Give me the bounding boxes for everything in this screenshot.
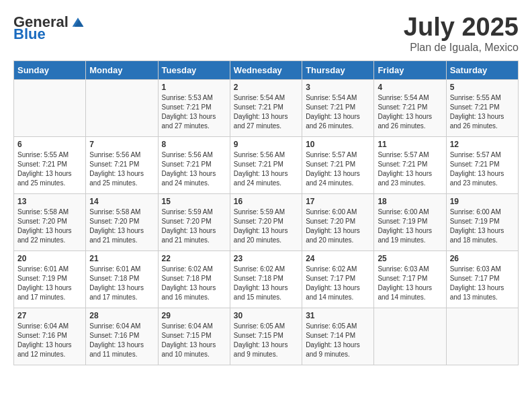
location: Plan de Iguala, Mexico — [404, 42, 519, 54]
calendar-cell: 2Sunrise: 5:54 AM Sunset: 7:21 PM Daylig… — [230, 79, 302, 136]
calendar-cell: 20Sunrise: 6:01 AM Sunset: 7:19 PM Dayli… — [14, 250, 86, 308]
day-number: 28 — [89, 311, 154, 320]
calendar-cell: 27Sunrise: 6:04 AM Sunset: 7:16 PM Dayli… — [14, 308, 86, 365]
calendar-cell — [374, 308, 446, 365]
day-number: 22 — [162, 254, 226, 263]
day-number: 7 — [89, 140, 154, 149]
calendar-body: 1Sunrise: 5:53 AM Sunset: 7:21 PM Daylig… — [14, 79, 519, 365]
calendar-header-row: SundayMondayTuesdayWednesdayThursdayFrid… — [14, 60, 519, 79]
cell-info: Sunrise: 5:58 AM Sunset: 7:20 PM Dayligh… — [17, 208, 82, 245]
calendar-week-row: 6Sunrise: 5:55 AM Sunset: 7:21 PM Daylig… — [14, 136, 519, 193]
calendar-table: SundayMondayTuesdayWednesdayThursdayFrid… — [13, 60, 519, 365]
calendar-cell: 3Sunrise: 5:54 AM Sunset: 7:21 PM Daylig… — [302, 79, 374, 136]
calendar-cell: 18Sunrise: 6:00 AM Sunset: 7:19 PM Dayli… — [374, 193, 446, 250]
day-number: 16 — [234, 197, 298, 206]
cell-info: Sunrise: 6:02 AM Sunset: 7:18 PM Dayligh… — [162, 265, 226, 302]
cell-info: Sunrise: 5:55 AM Sunset: 7:21 PM Dayligh… — [450, 93, 515, 131]
calendar-cell: 30Sunrise: 6:05 AM Sunset: 7:15 PM Dayli… — [230, 308, 302, 365]
cell-info: Sunrise: 6:03 AM Sunset: 7:17 PM Dayligh… — [378, 265, 442, 302]
cell-info: Sunrise: 5:56 AM Sunset: 7:21 PM Dayligh… — [162, 150, 226, 188]
calendar-cell: 17Sunrise: 6:00 AM Sunset: 7:20 PM Dayli… — [302, 193, 374, 250]
cell-info: Sunrise: 6:00 AM Sunset: 7:20 PM Dayligh… — [306, 208, 370, 245]
calendar-cell: 8Sunrise: 5:56 AM Sunset: 7:21 PM Daylig… — [158, 136, 230, 193]
cell-info: Sunrise: 5:53 AM Sunset: 7:21 PM Dayligh… — [162, 93, 226, 131]
calendar-cell: 31Sunrise: 6:05 AM Sunset: 7:14 PM Dayli… — [302, 308, 374, 365]
cell-info: Sunrise: 6:05 AM Sunset: 7:15 PM Dayligh… — [234, 322, 298, 359]
calendar-cell: 10Sunrise: 5:57 AM Sunset: 7:21 PM Dayli… — [302, 136, 374, 193]
calendar-week-row: 1Sunrise: 5:53 AM Sunset: 7:21 PM Daylig… — [14, 79, 519, 136]
calendar-cell — [446, 308, 518, 365]
day-number: 14 — [89, 197, 154, 206]
calendar-cell: 19Sunrise: 6:00 AM Sunset: 7:19 PM Dayli… — [446, 193, 518, 250]
day-number: 2 — [234, 83, 298, 92]
title-block: July 2025 Plan de Iguala, Mexico — [404, 13, 519, 54]
day-number: 19 — [450, 197, 515, 206]
day-number: 5 — [450, 83, 515, 92]
calendar-cell: 7Sunrise: 5:56 AM Sunset: 7:21 PM Daylig… — [86, 136, 158, 193]
day-number: 10 — [306, 140, 370, 149]
day-number: 23 — [234, 254, 298, 263]
cell-info: Sunrise: 5:56 AM Sunset: 7:21 PM Dayligh… — [234, 150, 298, 188]
month-title: July 2025 — [404, 13, 519, 42]
calendar-cell: 12Sunrise: 5:57 AM Sunset: 7:21 PM Dayli… — [446, 136, 518, 193]
cell-info: Sunrise: 6:01 AM Sunset: 7:18 PM Dayligh… — [89, 265, 154, 302]
day-number: 15 — [162, 197, 226, 206]
calendar-cell — [14, 79, 86, 136]
calendar-cell: 13Sunrise: 5:58 AM Sunset: 7:20 PM Dayli… — [14, 193, 86, 250]
day-number: 3 — [306, 83, 370, 92]
day-header-friday: Friday — [374, 60, 446, 79]
cell-info: Sunrise: 5:54 AM Sunset: 7:21 PM Dayligh… — [378, 93, 442, 131]
calendar-cell: 4Sunrise: 5:54 AM Sunset: 7:21 PM Daylig… — [374, 79, 446, 136]
cell-info: Sunrise: 6:05 AM Sunset: 7:14 PM Dayligh… — [306, 322, 370, 359]
day-header-monday: Monday — [86, 60, 158, 79]
day-header-sunday: Sunday — [14, 60, 86, 79]
calendar-cell: 11Sunrise: 5:57 AM Sunset: 7:21 PM Dayli… — [374, 136, 446, 193]
day-number: 31 — [306, 311, 370, 320]
day-header-thursday: Thursday — [302, 60, 374, 79]
day-number: 8 — [162, 140, 226, 149]
cell-info: Sunrise: 6:02 AM Sunset: 7:18 PM Dayligh… — [234, 265, 298, 302]
day-number: 11 — [378, 140, 442, 149]
day-header-saturday: Saturday — [446, 60, 518, 79]
day-number: 24 — [306, 254, 370, 263]
cell-info: Sunrise: 5:55 AM Sunset: 7:21 PM Dayligh… — [17, 150, 82, 188]
calendar-cell: 26Sunrise: 6:03 AM Sunset: 7:17 PM Dayli… — [446, 250, 518, 308]
day-number: 4 — [378, 83, 442, 92]
cell-info: Sunrise: 5:54 AM Sunset: 7:21 PM Dayligh… — [306, 93, 370, 131]
calendar-cell: 23Sunrise: 6:02 AM Sunset: 7:18 PM Dayli… — [230, 250, 302, 308]
calendar-cell: 15Sunrise: 5:59 AM Sunset: 7:20 PM Dayli… — [158, 193, 230, 250]
day-number: 26 — [450, 254, 515, 263]
cell-info: Sunrise: 6:02 AM Sunset: 7:17 PM Dayligh… — [306, 265, 370, 302]
logo: General Blue — [13, 13, 85, 43]
cell-info: Sunrise: 5:57 AM Sunset: 7:21 PM Dayligh… — [378, 150, 442, 188]
cell-info: Sunrise: 6:00 AM Sunset: 7:19 PM Dayligh… — [450, 208, 515, 245]
calendar-week-row: 13Sunrise: 5:58 AM Sunset: 7:20 PM Dayli… — [14, 193, 519, 250]
calendar-cell: 21Sunrise: 6:01 AM Sunset: 7:18 PM Dayli… — [86, 250, 158, 308]
calendar-cell: 14Sunrise: 5:58 AM Sunset: 7:20 PM Dayli… — [86, 193, 158, 250]
cell-info: Sunrise: 6:04 AM Sunset: 7:15 PM Dayligh… — [162, 322, 226, 359]
day-number: 21 — [89, 254, 154, 263]
calendar-cell: 25Sunrise: 6:03 AM Sunset: 7:17 PM Dayli… — [374, 250, 446, 308]
calendar-cell: 22Sunrise: 6:02 AM Sunset: 7:18 PM Dayli… — [158, 250, 230, 308]
cell-info: Sunrise: 5:58 AM Sunset: 7:20 PM Dayligh… — [89, 208, 154, 245]
day-number: 18 — [378, 197, 442, 206]
calendar-cell: 5Sunrise: 5:55 AM Sunset: 7:21 PM Daylig… — [446, 79, 518, 136]
cell-info: Sunrise: 5:57 AM Sunset: 7:21 PM Dayligh… — [450, 150, 515, 188]
cell-info: Sunrise: 6:00 AM Sunset: 7:19 PM Dayligh… — [378, 208, 442, 245]
cell-info: Sunrise: 5:54 AM Sunset: 7:21 PM Dayligh… — [234, 93, 298, 131]
day-number: 17 — [306, 197, 370, 206]
day-number: 6 — [17, 140, 82, 149]
calendar-cell — [86, 79, 158, 136]
calendar-cell: 1Sunrise: 5:53 AM Sunset: 7:21 PM Daylig… — [158, 79, 230, 136]
logo-blue-text: Blue — [13, 26, 46, 43]
cell-info: Sunrise: 6:04 AM Sunset: 7:16 PM Dayligh… — [89, 322, 154, 359]
cell-info: Sunrise: 5:56 AM Sunset: 7:21 PM Dayligh… — [89, 150, 154, 188]
day-number: 20 — [17, 254, 82, 263]
day-number: 9 — [234, 140, 298, 149]
cell-info: Sunrise: 6:01 AM Sunset: 7:19 PM Dayligh… — [17, 265, 82, 302]
day-number: 30 — [234, 311, 298, 320]
cell-info: Sunrise: 5:57 AM Sunset: 7:21 PM Dayligh… — [306, 150, 370, 188]
calendar-cell: 29Sunrise: 6:04 AM Sunset: 7:15 PM Dayli… — [158, 308, 230, 365]
day-number: 13 — [17, 197, 82, 206]
cell-info: Sunrise: 5:59 AM Sunset: 7:20 PM Dayligh… — [234, 208, 298, 245]
